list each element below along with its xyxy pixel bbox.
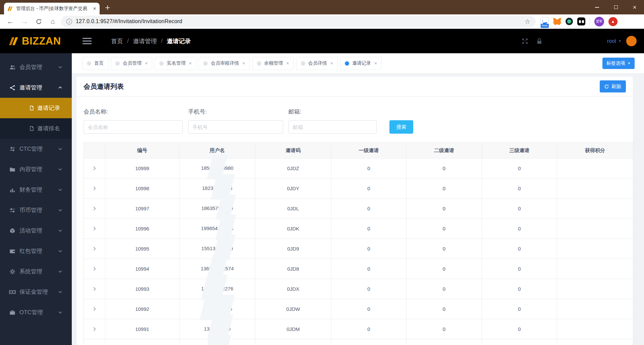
chevron-down-icon: [58, 269, 62, 274]
fullscreen-icon[interactable]: [521, 38, 529, 45]
refresh-button[interactable]: 刷新: [600, 80, 626, 92]
new-tab-button[interactable]: +: [105, 3, 110, 12]
cell-level3-invites: 0: [482, 299, 557, 319]
sidebar-subitem-邀请排名[interactable]: 邀请排名: [0, 118, 72, 139]
view-tab-实名管理[interactable]: 实名管理 ×: [155, 57, 196, 70]
column-header: 编号: [105, 143, 179, 158]
cell-level1-invites: [331, 339, 407, 345]
cell-level3-invites: 0: [482, 158, 557, 179]
cell-username: 19965414: [179, 219, 255, 239]
sidebar-toggle-button[interactable]: [83, 38, 92, 44]
lock-screen-icon[interactable]: [536, 38, 543, 45]
bookmark-star-icon[interactable]: ☆: [525, 18, 530, 25]
view-tab-会员管理[interactable]: 会员管理 ×: [111, 57, 152, 70]
forward-button[interactable]: →: [17, 17, 32, 25]
sidebar-item-内容管理[interactable]: 内容管理: [0, 159, 72, 180]
extension-dark-icon[interactable]: [577, 17, 585, 25]
doc-icon: [29, 126, 34, 131]
cell-username: [179, 339, 255, 345]
sidebar-item-币币管理[interactable]: 币币管理: [0, 200, 72, 220]
tab-close-icon[interactable]: ×: [93, 6, 96, 11]
invitation-table: 编号用户名邀请码一级邀请二级邀请三级邀请获得积分 10999 18560980 …: [84, 142, 633, 345]
cell-level3-invites: 0: [482, 319, 557, 339]
tag-close-icon[interactable]: ×: [374, 61, 377, 66]
sidebar-item-邀请管理[interactable]: 邀请管理: [0, 77, 72, 98]
tag-close-icon[interactable]: ×: [145, 61, 148, 66]
expand-row-button[interactable]: [84, 279, 105, 299]
cell-invite-code: 0JDZ: [255, 158, 331, 179]
cell-invite-code: 0JDY: [255, 179, 331, 199]
breadcrumb-section[interactable]: 邀请管理: [133, 37, 157, 45]
sidebar-item-系统管理[interactable]: 系统管理: [0, 261, 72, 282]
browser-update-button[interactable]: ▲: [608, 17, 618, 26]
back-button[interactable]: ←: [3, 17, 17, 25]
view-tab-邀请记录[interactable]: 邀请记录 ×: [340, 57, 382, 70]
cell-invite-code: 0JD8: [255, 259, 331, 279]
extension-new-icon[interactable]: New: [540, 17, 549, 26]
view-tab-会员审核详情[interactable]: 会员审核详情 ×: [199, 57, 250, 70]
metamask-icon[interactable]: [553, 18, 561, 25]
cell-id: 10994: [105, 259, 179, 279]
sidebar-item-活动管理[interactable]: 活动管理: [0, 220, 72, 241]
cell-id: 10991: [105, 319, 179, 339]
view-tab-首页[interactable]: 首页: [82, 57, 108, 70]
browser-tab[interactable]: 管理后台 - 币严|全球数字资产交易 ×: [4, 3, 100, 14]
view-tab-会员详情[interactable]: 会员详情 ×: [296, 57, 338, 70]
window-close-button[interactable]: ×: [625, 0, 644, 14]
chevron-down-icon: [58, 167, 62, 171]
expand-row-button[interactable]: [84, 199, 105, 219]
address-bar[interactable]: i 127.0.0.1:9527/#/Invitation/Invitation…: [61, 16, 536, 27]
expand-row-button[interactable]: [84, 219, 105, 239]
expand-row-button[interactable]: [84, 239, 105, 259]
member-name-input[interactable]: [84, 120, 183, 134]
wallet-icon: [9, 248, 16, 254]
cell-level2-invites: 0: [407, 259, 482, 279]
table-row: 10999 18560980 0JDZ 0 0 0: [84, 158, 633, 179]
reload-button[interactable]: [32, 18, 46, 25]
sidebar-item-OTC管理[interactable]: OTC管理: [0, 302, 72, 323]
phone-input[interactable]: [188, 120, 283, 134]
cell-id: 10996: [105, 219, 179, 239]
tag-close-icon[interactable]: ×: [242, 61, 245, 66]
home-button[interactable]: ⌂: [46, 17, 60, 25]
user-menu[interactable]: root ▼: [607, 38, 622, 44]
table-header-row: 编号用户名邀请码一级邀请二级邀请三级邀请获得积分: [84, 143, 633, 158]
page-info-icon[interactable]: i: [66, 19, 72, 24]
expand-row-button[interactable]: [84, 319, 105, 339]
censor-blur: [216, 186, 229, 192]
tag-close-icon[interactable]: ×: [286, 61, 289, 66]
expand-row-button[interactable]: [84, 259, 105, 279]
sidebar-item-保证金管理[interactable]: 保证金管理: [0, 282, 72, 302]
sidebar-item-CTC管理[interactable]: CTC管理: [0, 139, 72, 159]
expand-row-button[interactable]: [84, 158, 105, 179]
tag-close-icon[interactable]: ×: [189, 61, 192, 66]
cell-level2-invites: 0: [407, 299, 482, 319]
censor-blur: [212, 267, 223, 272]
breadcrumb-home[interactable]: 首页: [111, 37, 123, 45]
cell-id: 10997: [105, 199, 179, 219]
sidebar-item-红包管理[interactable]: 红包管理: [0, 241, 72, 261]
browser-profile-avatar[interactable]: 贤军: [594, 17, 604, 26]
window-minimize-button[interactable]: [588, 0, 606, 14]
tag-options-button[interactable]: 标签选项 ▼: [602, 58, 635, 69]
tag-close-icon[interactable]: ×: [330, 61, 333, 66]
expand-row-button[interactable]: [84, 179, 105, 199]
email-input[interactable]: [288, 120, 377, 134]
cell-invite-code: 0JD9: [255, 239, 331, 259]
bizzan-logo-icon: [9, 36, 19, 47]
page-title: 会员邀请列表: [84, 82, 124, 91]
window-maximize-button[interactable]: [606, 0, 625, 14]
view-tab-余额管理[interactable]: 余额管理 ×: [252, 57, 294, 70]
chevron-down-icon: ▼: [628, 62, 631, 65]
sidebar-item-会员管理[interactable]: 会员管理: [0, 57, 72, 77]
cell-points: [557, 158, 633, 179]
sidebar-subitem-邀请记录[interactable]: 邀请记录: [0, 98, 72, 118]
sidebar-item-财务管理[interactable]: 财务管理: [0, 180, 72, 200]
extension-ring-icon[interactable]: [566, 18, 573, 25]
expand-row-button[interactable]: [84, 339, 105, 345]
user-avatar[interactable]: [626, 36, 637, 46]
cell-points: [557, 299, 633, 319]
search-button[interactable]: 搜索: [389, 120, 413, 134]
expand-row-button[interactable]: [84, 299, 105, 319]
table-row: 10998 182353 0JDY 0 0 0: [84, 179, 633, 199]
